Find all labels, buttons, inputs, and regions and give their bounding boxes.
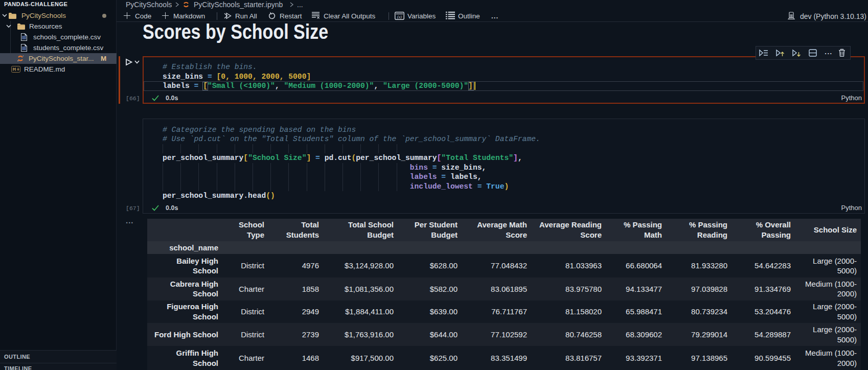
svg-text:(x): (x) xyxy=(397,15,402,19)
